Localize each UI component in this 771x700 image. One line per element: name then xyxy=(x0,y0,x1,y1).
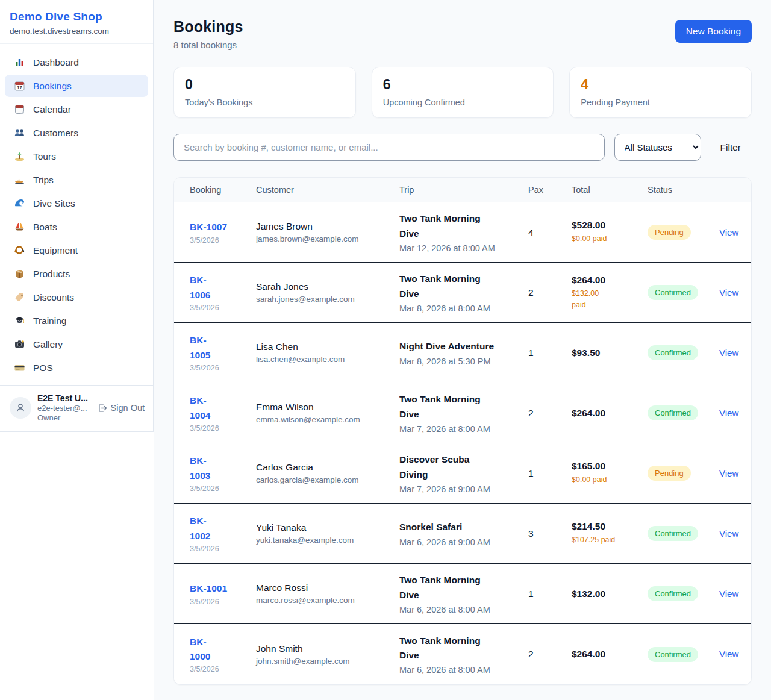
booking-id-link[interactable]: BK- 1003 xyxy=(190,454,248,483)
booking-date: 3/5/2026 xyxy=(190,236,248,245)
trip-name: Two Tank Morning Dive xyxy=(399,573,520,602)
trip-name: Night Dive Adventure xyxy=(399,339,520,354)
customer-cell: John Smithjohn.smith@example.com xyxy=(256,643,399,666)
main-content: Bookings 8 total bookings New Booking 0T… xyxy=(154,0,771,700)
booking-date: 3/5/2026 xyxy=(190,545,248,553)
customer-cell: Carlos Garciacarlos.garcia@example.com xyxy=(256,462,399,484)
booking-id-cell: BK- 10063/5/2026 xyxy=(190,273,256,311)
trip-name: Two Tank Morning Dive xyxy=(399,634,520,663)
booking-id-link[interactable]: BK- 1006 xyxy=(190,273,248,302)
sidebar-nav: Dashboard17BookingsCalendarCustomersTour… xyxy=(0,44,153,385)
customer-email: marco.rossi@example.com xyxy=(256,596,391,605)
sidebar-item-label: Bookings xyxy=(33,81,72,92)
status-badge: Confirmed xyxy=(648,405,698,420)
booking-row: BK- 10063/5/2026Sarah Jonessarah.jones@e… xyxy=(174,263,751,323)
booking-id-link[interactable]: BK- 1002 xyxy=(190,514,248,543)
booking-id-link[interactable]: BK-1007 xyxy=(190,220,248,234)
status-filter-select[interactable]: All Statuses xyxy=(614,134,701,161)
calendar-icon xyxy=(14,104,25,115)
sidebar-item-gallery[interactable]: Gallery xyxy=(5,333,148,355)
avatar xyxy=(10,397,31,419)
stat-card: 6Upcoming Confirmed xyxy=(372,67,554,118)
trip-datetime: Mar 7, 2026 at 8:00 AM xyxy=(399,424,520,434)
view-booking-link[interactable]: View xyxy=(719,589,738,599)
status-cell: Confirmed xyxy=(648,405,719,420)
customer-name: Lisa Chen xyxy=(256,342,391,352)
view-cell: View xyxy=(719,589,751,599)
sidebar-item-dive-sites[interactable]: Dive Sites xyxy=(5,192,148,214)
trip-cell: Night Dive AdventureMar 8, 2026 at 5:30 … xyxy=(399,339,528,366)
sign-out-button[interactable]: Sign Out xyxy=(97,403,145,413)
sidebar-item-boats[interactable]: Boats xyxy=(5,216,148,238)
search-input[interactable] xyxy=(173,134,605,161)
trip-cell: Two Tank Morning DiveMar 12, 2026 at 8:0… xyxy=(399,211,528,252)
booking-id-link[interactable]: BK- 1004 xyxy=(190,393,248,422)
total-amount: $264.00 xyxy=(572,408,639,419)
bookings-table: BookingCustomerTripPaxTotalStatus BK-100… xyxy=(173,177,752,685)
shop-logo: Demo Dive Shop xyxy=(10,10,143,23)
pax-cell: 1 xyxy=(528,468,572,479)
pax-cell: 2 xyxy=(528,649,572,660)
total-cell: $264.00 xyxy=(572,408,648,419)
logo-block: Demo Dive Shop demo.test.divestreams.com xyxy=(0,0,153,44)
calendar-date-icon: 17 xyxy=(14,80,25,92)
view-booking-link[interactable]: View xyxy=(719,287,738,298)
sidebar-item-equipment[interactable]: Equipment xyxy=(5,239,148,261)
sidebar-item-dashboard[interactable]: Dashboard xyxy=(5,51,148,73)
booking-id-link[interactable]: BK-1001 xyxy=(190,581,248,596)
trip-name: Two Tank Morning Dive xyxy=(399,272,520,301)
wave-icon xyxy=(14,198,25,209)
credit-card-icon xyxy=(14,362,25,373)
sidebar-item-calendar[interactable]: Calendar xyxy=(5,98,148,120)
sidebar: Demo Dive Shop demo.test.divestreams.com… xyxy=(0,0,154,432)
customer-cell: Emma Wilsonemma.wilson@example.com xyxy=(256,402,399,424)
view-booking-link[interactable]: View xyxy=(719,528,738,539)
customer-name: John Smith xyxy=(256,643,391,654)
column-header: Total xyxy=(572,185,648,195)
sidebar-item-label: Dashboard xyxy=(33,57,79,68)
sidebar-item-discounts[interactable]: Discounts xyxy=(5,286,148,308)
sidebar-item-training[interactable]: Training xyxy=(5,310,148,332)
sidebar-item-customers[interactable]: Customers xyxy=(5,122,148,144)
total-cell: $132.00 xyxy=(572,589,648,599)
total-cell: $165.00$0.00 paid xyxy=(572,461,648,486)
view-cell: View xyxy=(719,468,751,479)
column-header: Customer xyxy=(256,185,399,195)
user-footer: E2E Test U... e2e-tester@... Owner Sign … xyxy=(0,385,153,431)
booking-row: BK-10073/5/2026James Brownjames.brown@ex… xyxy=(174,202,751,263)
sidebar-item-trips[interactable]: Trips xyxy=(5,169,148,191)
total-cell: $528.00$0.00 paid xyxy=(572,220,648,245)
sidebar-item-label: POS xyxy=(33,363,53,373)
sidebar-item-label: Boats xyxy=(33,222,57,233)
status-cell: Confirmed xyxy=(648,647,719,662)
camera-icon xyxy=(14,339,25,350)
sidebar-item-bookings[interactable]: 17Bookings xyxy=(5,75,148,97)
view-booking-link[interactable]: View xyxy=(719,468,738,478)
view-booking-link[interactable]: View xyxy=(719,227,738,237)
trip-datetime: Mar 6, 2026 at 9:00 AM xyxy=(399,537,520,547)
filter-button[interactable]: Filter xyxy=(720,142,741,153)
booking-date: 3/5/2026 xyxy=(190,424,248,433)
status-badge: Confirmed xyxy=(648,285,698,300)
booking-id-link[interactable]: BK- 1000 xyxy=(190,635,248,664)
view-booking-link[interactable]: View xyxy=(719,348,738,358)
customer-email: sarah.jones@example.com xyxy=(256,295,391,304)
customer-cell: Marco Rossimarco.rossi@example.com xyxy=(256,583,399,605)
view-cell: View xyxy=(719,528,751,539)
booking-row: BK- 10043/5/2026Emma Wilsonemma.wilson@e… xyxy=(174,383,751,443)
view-booking-link[interactable]: View xyxy=(719,649,738,659)
new-booking-button[interactable]: New Booking xyxy=(675,20,752,43)
customer-email: emma.wilson@example.com xyxy=(256,415,391,424)
island-icon xyxy=(14,151,25,162)
trip-datetime: Mar 6, 2026 at 8:00 AM xyxy=(399,605,520,614)
trip-cell: Two Tank Morning DiveMar 6, 2026 at 8:00… xyxy=(399,573,528,614)
booking-id-link[interactable]: BK- 1005 xyxy=(190,333,248,362)
sidebar-item-tours[interactable]: Tours xyxy=(5,145,148,167)
status-cell: Pending xyxy=(648,225,719,240)
customer-name: Carlos Garcia xyxy=(256,462,391,473)
sidebar-item-products[interactable]: Products xyxy=(5,263,148,285)
sidebar-item-label: Dive Sites xyxy=(33,198,75,209)
view-booking-link[interactable]: View xyxy=(719,408,738,418)
booking-id-cell: BK- 10053/5/2026 xyxy=(190,333,256,372)
sidebar-item-pos[interactable]: POS xyxy=(5,357,148,379)
